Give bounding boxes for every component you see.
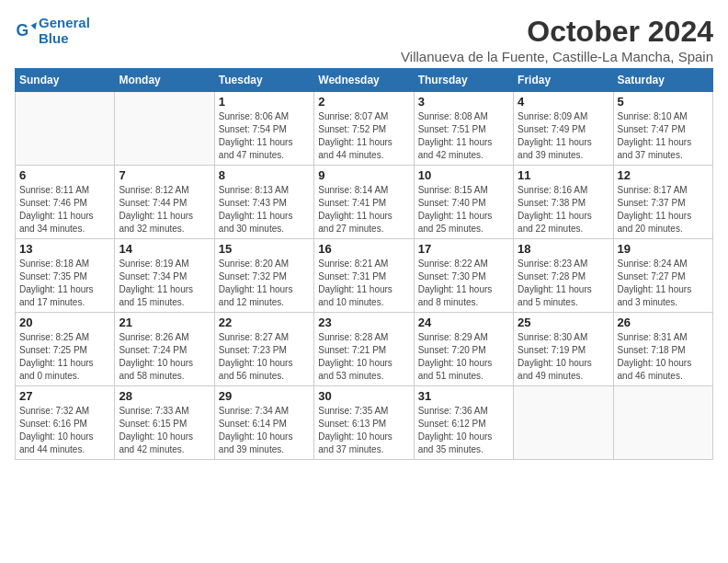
- header-monday: Monday: [115, 69, 214, 92]
- day-info: Sunrise: 8:23 AM Sunset: 7:28 PM Dayligh…: [518, 258, 609, 309]
- day-number: 5: [618, 95, 709, 109]
- day-number: 30: [318, 389, 409, 403]
- calendar-cell: 19Sunrise: 8:24 AM Sunset: 7:27 PM Dayli…: [613, 239, 712, 313]
- day-number: 15: [219, 242, 310, 256]
- day-info: Sunrise: 8:30 AM Sunset: 7:19 PM Dayligh…: [518, 331, 609, 383]
- header-tuesday: Tuesday: [214, 69, 313, 92]
- day-number: 16: [318, 242, 409, 256]
- calendar-cell: 20Sunrise: 8:25 AM Sunset: 7:25 PM Dayli…: [16, 313, 115, 386]
- day-number: 2: [318, 95, 409, 109]
- svg-text:G: G: [17, 21, 29, 40]
- day-info: Sunrise: 8:16 AM Sunset: 7:38 PM Dayligh…: [518, 184, 609, 236]
- day-info: Sunrise: 7:32 AM Sunset: 6:16 PM Dayligh…: [19, 405, 110, 456]
- day-number: 4: [518, 95, 609, 109]
- calendar-cell: [16, 92, 115, 166]
- calendar-cell: 11Sunrise: 8:16 AM Sunset: 7:38 PM Dayli…: [514, 166, 613, 239]
- day-number: 31: [418, 389, 509, 403]
- calendar-cell: 12Sunrise: 8:17 AM Sunset: 7:37 PM Dayli…: [613, 166, 712, 239]
- day-info: Sunrise: 8:10 AM Sunset: 7:47 PM Dayligh…: [618, 110, 709, 162]
- day-info: Sunrise: 8:26 AM Sunset: 7:24 PM Dayligh…: [119, 331, 210, 383]
- day-number: 18: [518, 242, 609, 256]
- calendar-cell: [613, 386, 712, 460]
- day-info: Sunrise: 8:06 AM Sunset: 7:54 PM Dayligh…: [219, 110, 310, 162]
- day-info: Sunrise: 8:12 AM Sunset: 7:44 PM Dayligh…: [119, 184, 210, 236]
- calendar-cell: 16Sunrise: 8:21 AM Sunset: 7:31 PM Dayli…: [314, 239, 414, 313]
- calendar-cell: [115, 92, 214, 166]
- day-number: 28: [119, 389, 210, 403]
- calendar-cell: 18Sunrise: 8:23 AM Sunset: 7:28 PM Dayli…: [514, 239, 613, 313]
- day-number: 3: [418, 95, 509, 109]
- calendar-cell: 23Sunrise: 8:28 AM Sunset: 7:21 PM Dayli…: [314, 313, 414, 386]
- week-row-2: 13Sunrise: 8:18 AM Sunset: 7:35 PM Dayli…: [16, 239, 713, 313]
- day-number: 23: [318, 316, 409, 329]
- week-row-0: 1Sunrise: 8:06 AM Sunset: 7:54 PM Daylig…: [16, 92, 713, 166]
- day-number: 12: [618, 168, 709, 182]
- day-info: Sunrise: 8:07 AM Sunset: 7:52 PM Dayligh…: [318, 110, 409, 162]
- week-row-3: 20Sunrise: 8:25 AM Sunset: 7:25 PM Dayli…: [16, 313, 713, 386]
- calendar-cell: 4Sunrise: 8:09 AM Sunset: 7:49 PM Daylig…: [514, 92, 613, 166]
- calendar-cell: 15Sunrise: 8:20 AM Sunset: 7:32 PM Dayli…: [214, 239, 313, 313]
- title-block: October 2024 Villanueva de la Fuente, Ca…: [401, 15, 713, 64]
- header-friday: Friday: [514, 69, 613, 92]
- calendar-cell: 30Sunrise: 7:35 AM Sunset: 6:13 PM Dayli…: [314, 386, 414, 460]
- week-row-1: 6Sunrise: 8:11 AM Sunset: 7:46 PM Daylig…: [16, 166, 713, 239]
- calendar-cell: 14Sunrise: 8:19 AM Sunset: 7:34 PM Dayli…: [115, 239, 214, 313]
- logo-icon: G: [15, 19, 37, 41]
- header-thursday: Thursday: [414, 69, 513, 92]
- day-number: 25: [518, 316, 609, 329]
- day-info: Sunrise: 8:22 AM Sunset: 7:30 PM Dayligh…: [418, 258, 509, 309]
- calendar-cell: 8Sunrise: 8:13 AM Sunset: 7:43 PM Daylig…: [214, 166, 313, 239]
- day-number: 11: [518, 168, 609, 182]
- day-info: Sunrise: 8:11 AM Sunset: 7:46 PM Dayligh…: [19, 184, 110, 236]
- calendar-cell: 21Sunrise: 8:26 AM Sunset: 7:24 PM Dayli…: [115, 313, 214, 386]
- location-subtitle: Villanueva de la Fuente, Castille-La Man…: [401, 49, 713, 64]
- week-row-4: 27Sunrise: 7:32 AM Sunset: 6:16 PM Dayli…: [16, 386, 713, 460]
- day-number: 14: [119, 242, 210, 256]
- day-info: Sunrise: 8:27 AM Sunset: 7:23 PM Dayligh…: [219, 331, 310, 383]
- day-info: Sunrise: 8:29 AM Sunset: 7:20 PM Dayligh…: [418, 331, 509, 383]
- day-info: Sunrise: 8:09 AM Sunset: 7:49 PM Dayligh…: [518, 110, 609, 162]
- day-number: 9: [318, 168, 409, 182]
- day-info: Sunrise: 7:35 AM Sunset: 6:13 PM Dayligh…: [318, 405, 409, 456]
- day-number: 8: [219, 168, 310, 182]
- day-number: 6: [19, 168, 110, 182]
- day-info: Sunrise: 8:18 AM Sunset: 7:35 PM Dayligh…: [19, 258, 110, 309]
- day-number: 20: [19, 316, 110, 329]
- day-info: Sunrise: 8:24 AM Sunset: 7:27 PM Dayligh…: [618, 258, 709, 309]
- day-number: 22: [219, 316, 310, 329]
- header-sunday: Sunday: [16, 69, 115, 92]
- day-info: Sunrise: 8:21 AM Sunset: 7:31 PM Dayligh…: [318, 258, 409, 309]
- calendar-cell: 9Sunrise: 8:14 AM Sunset: 7:41 PM Daylig…: [314, 166, 414, 239]
- day-info: Sunrise: 8:28 AM Sunset: 7:21 PM Dayligh…: [318, 331, 409, 383]
- calendar-cell: 31Sunrise: 7:36 AM Sunset: 6:12 PM Dayli…: [414, 386, 513, 460]
- day-info: Sunrise: 8:14 AM Sunset: 7:41 PM Dayligh…: [318, 184, 409, 236]
- calendar-cell: 25Sunrise: 8:30 AM Sunset: 7:19 PM Dayli…: [514, 313, 613, 386]
- calendar-cell: 29Sunrise: 7:34 AM Sunset: 6:14 PM Dayli…: [214, 386, 313, 460]
- calendar-cell: 5Sunrise: 8:10 AM Sunset: 7:47 PM Daylig…: [613, 92, 712, 166]
- svg-marker-1: [31, 22, 37, 29]
- day-info: Sunrise: 8:25 AM Sunset: 7:25 PM Dayligh…: [19, 331, 110, 383]
- calendar-cell: 13Sunrise: 8:18 AM Sunset: 7:35 PM Dayli…: [16, 239, 115, 313]
- calendar-cell: 26Sunrise: 8:31 AM Sunset: 7:18 PM Dayli…: [613, 313, 712, 386]
- day-number: 27: [19, 389, 110, 403]
- day-number: 26: [618, 316, 709, 329]
- day-number: 19: [618, 242, 709, 256]
- calendar-cell: 22Sunrise: 8:27 AM Sunset: 7:23 PM Dayli…: [214, 313, 313, 386]
- calendar-cell: 7Sunrise: 8:12 AM Sunset: 7:44 PM Daylig…: [115, 166, 214, 239]
- day-info: Sunrise: 8:19 AM Sunset: 7:34 PM Dayligh…: [119, 258, 210, 309]
- calendar-cell: 24Sunrise: 8:29 AM Sunset: 7:20 PM Dayli…: [414, 313, 513, 386]
- logo: G General Blue: [15, 15, 90, 46]
- calendar-cell: 3Sunrise: 8:08 AM Sunset: 7:51 PM Daylig…: [414, 92, 513, 166]
- header-wednesday: Wednesday: [314, 69, 414, 92]
- day-info: Sunrise: 7:36 AM Sunset: 6:12 PM Dayligh…: [418, 405, 509, 456]
- logo-line1: General: [39, 15, 90, 30]
- day-number: 29: [219, 389, 310, 403]
- day-info: Sunrise: 8:08 AM Sunset: 7:51 PM Dayligh…: [418, 110, 509, 162]
- header-saturday: Saturday: [613, 69, 712, 92]
- calendar-cell: [514, 386, 613, 460]
- calendar-header-row: SundayMondayTuesdayWednesdayThursdayFrid…: [16, 69, 713, 92]
- logo-line2: Blue: [39, 30, 90, 46]
- day-info: Sunrise: 8:31 AM Sunset: 7:18 PM Dayligh…: [618, 331, 709, 383]
- day-number: 10: [418, 168, 509, 182]
- month-title: October 2024: [401, 15, 713, 49]
